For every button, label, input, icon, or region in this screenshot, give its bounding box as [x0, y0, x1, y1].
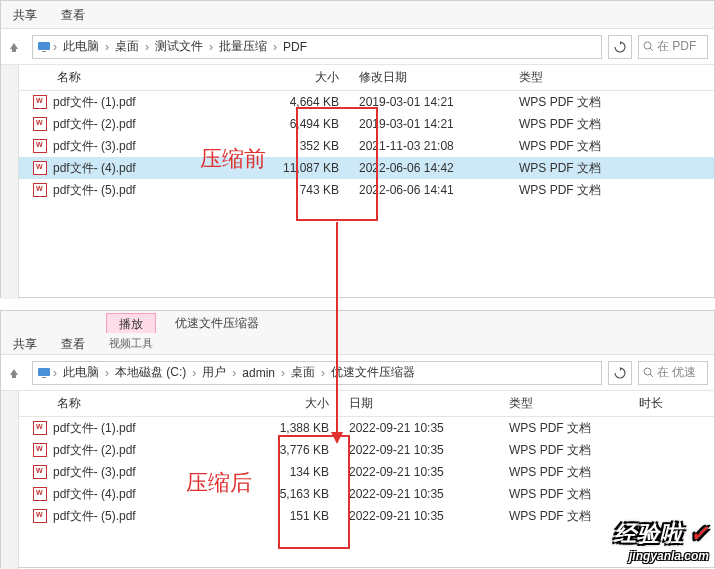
col-type[interactable]: 类型: [519, 69, 649, 86]
crumb[interactable]: 此电脑: [59, 38, 103, 55]
col-duration[interactable]: 时长: [639, 395, 699, 412]
pdf-file-icon: [19, 509, 53, 523]
pdf-file-icon: [19, 183, 53, 197]
file-name: pdf文件- (5).pdf: [53, 508, 249, 525]
tab-share[interactable]: 共享: [1, 1, 49, 29]
file-type: WPS PDF 文档: [519, 94, 649, 111]
window-title: 优速文件压缩器: [161, 311, 273, 332]
table-row[interactable]: pdf文件- (2).pdf6,494 KB2019-03-01 14:21WP…: [19, 113, 714, 135]
file-size: 5,163 KB: [249, 487, 349, 501]
video-tools-label: 视频工具: [101, 333, 161, 353]
video-tools-group: 播放 视频工具: [101, 313, 161, 353]
file-name: pdf文件- (2).pdf: [53, 442, 249, 459]
col-date[interactable]: 修改日期: [359, 69, 519, 86]
search-input-bottom[interactable]: 在 优速: [638, 361, 708, 385]
address-bar-bottom: › 此电脑› 本地磁盘 (C:)› 用户› admin› 桌面› 优速文件压缩器…: [1, 355, 714, 391]
file-date: 2022-09-21 10:35: [349, 487, 509, 501]
crumb[interactable]: 桌面: [287, 364, 319, 381]
file-date: 2022-06-06 14:41: [359, 183, 519, 197]
pdf-file-icon: [19, 161, 53, 175]
table-row[interactable]: pdf文件- (5).pdf151 KB2022-09-21 10:35WPS …: [19, 505, 714, 527]
svg-rect-4: [38, 368, 50, 376]
crumb[interactable]: 优速文件压缩器: [327, 364, 419, 381]
file-name: pdf文件- (4).pdf: [53, 486, 249, 503]
file-date: 2021-11-03 21:08: [359, 139, 519, 153]
crumb[interactable]: 桌面: [111, 38, 143, 55]
breadcrumb-top[interactable]: › 此电脑› 桌面› 测试文件› 批量压缩› PDF: [32, 35, 602, 59]
crumb[interactable]: PDF: [279, 40, 311, 54]
svg-rect-5: [42, 377, 46, 378]
breadcrumb-bottom[interactable]: › 此电脑› 本地磁盘 (C:)› 用户› admin› 桌面› 优速文件压缩器: [32, 361, 602, 385]
file-name: pdf文件- (1).pdf: [53, 420, 249, 437]
file-size: 151 KB: [249, 509, 349, 523]
pdf-file-icon: [19, 95, 53, 109]
table-row[interactable]: pdf文件- (5).pdf743 KB2022-06-06 14:41WPS …: [19, 179, 714, 201]
table-row[interactable]: pdf文件- (3).pdf352 KB2021-11-03 21:08WPS …: [19, 135, 714, 157]
tab-play[interactable]: 播放: [106, 313, 156, 333]
crumb[interactable]: admin: [238, 366, 279, 380]
file-date: 2022-09-21 10:35: [349, 509, 509, 523]
table-row[interactable]: pdf文件- (1).pdf1,388 KB2022-09-21 10:35WP…: [19, 417, 714, 439]
sidebar-bottom: [1, 391, 19, 569]
explorer-top: 共享 查看 › 此电脑› 桌面› 测试文件› 批量压缩› PDF 在 PDF 名…: [0, 0, 715, 298]
table-row[interactable]: pdf文件- (2).pdf3,776 KB2022-09-21 10:35WP…: [19, 439, 714, 461]
file-date: 2019-03-01 14:21: [359, 95, 519, 109]
column-headers-top: 名称 大小 修改日期 类型: [19, 65, 714, 91]
col-size[interactable]: 大小: [259, 69, 359, 86]
table-row[interactable]: pdf文件- (1).pdf4,664 KB2019-03-01 14:21WP…: [19, 91, 714, 113]
ribbon-bottom: 共享 查看 播放 视频工具 优速文件压缩器: [1, 311, 714, 355]
file-name: pdf文件- (4).pdf: [53, 160, 259, 177]
col-size[interactable]: 大小: [249, 395, 349, 412]
search-placeholder: 在 PDF: [657, 38, 696, 55]
file-type: WPS PDF 文档: [509, 464, 639, 481]
table-row[interactable]: pdf文件- (4).pdf5,163 KB2022-09-21 10:35WP…: [19, 483, 714, 505]
file-date: 2022-09-21 10:35: [349, 421, 509, 435]
search-input-top[interactable]: 在 PDF: [638, 35, 708, 59]
col-name[interactable]: 名称: [19, 69, 259, 86]
file-type: WPS PDF 文档: [519, 182, 649, 199]
pdf-file-icon: [19, 421, 53, 435]
tab-view[interactable]: 查看: [49, 1, 97, 29]
file-name: pdf文件- (5).pdf: [53, 182, 259, 199]
file-type: WPS PDF 文档: [519, 138, 649, 155]
refresh-button[interactable]: [608, 35, 632, 59]
explorer-bottom: 共享 查看 播放 视频工具 优速文件压缩器 › 此电脑› 本地磁盘 (C:)› …: [0, 310, 715, 568]
col-type[interactable]: 类型: [509, 395, 639, 412]
file-date: 2022-09-21 10:35: [349, 443, 509, 457]
crumb[interactable]: 本地磁盘 (C:): [111, 364, 190, 381]
tab-share[interactable]: 共享: [1, 334, 49, 354]
pdf-file-icon: [19, 139, 53, 153]
file-type: WPS PDF 文档: [509, 486, 639, 503]
file-name: pdf文件- (1).pdf: [53, 94, 259, 111]
svg-line-3: [650, 48, 653, 51]
file-date: 2022-09-21 10:35: [349, 465, 509, 479]
file-name: pdf文件- (2).pdf: [53, 116, 259, 133]
table-row[interactable]: pdf文件- (4).pdf11,087 KB2022-06-06 14:42W…: [19, 157, 714, 179]
file-type: WPS PDF 文档: [519, 160, 649, 177]
address-bar-top: › 此电脑› 桌面› 测试文件› 批量压缩› PDF 在 PDF: [1, 29, 714, 65]
tab-view[interactable]: 查看: [49, 334, 97, 354]
file-name: pdf文件- (3).pdf: [53, 464, 249, 481]
crumb[interactable]: 测试文件: [151, 38, 207, 55]
column-headers-bottom: 名称 大小 日期 类型 时长: [19, 391, 714, 417]
crumb[interactable]: 用户: [198, 364, 230, 381]
ribbon-top: 共享 查看: [1, 1, 714, 29]
file-size: 3,776 KB: [249, 443, 349, 457]
file-size: 11,087 KB: [259, 161, 359, 175]
svg-rect-1: [42, 51, 46, 52]
pc-icon: [37, 40, 51, 54]
file-size: 743 KB: [259, 183, 359, 197]
nav-up[interactable]: [1, 367, 26, 379]
svg-point-6: [644, 368, 651, 375]
pdf-file-icon: [19, 465, 53, 479]
file-list-top: 名称 大小 修改日期 类型 pdf文件- (1).pdf4,664 KB2019…: [19, 65, 714, 299]
table-row[interactable]: pdf文件- (3).pdf134 KB2022-09-21 10:35WPS …: [19, 461, 714, 483]
nav-up[interactable]: [1, 41, 26, 53]
col-name[interactable]: 名称: [19, 395, 249, 412]
crumb[interactable]: 此电脑: [59, 364, 103, 381]
refresh-button[interactable]: [608, 361, 632, 385]
file-type: WPS PDF 文档: [509, 420, 639, 437]
file-date: 2019-03-01 14:21: [359, 117, 519, 131]
crumb[interactable]: 批量压缩: [215, 38, 271, 55]
col-date[interactable]: 日期: [349, 395, 509, 412]
